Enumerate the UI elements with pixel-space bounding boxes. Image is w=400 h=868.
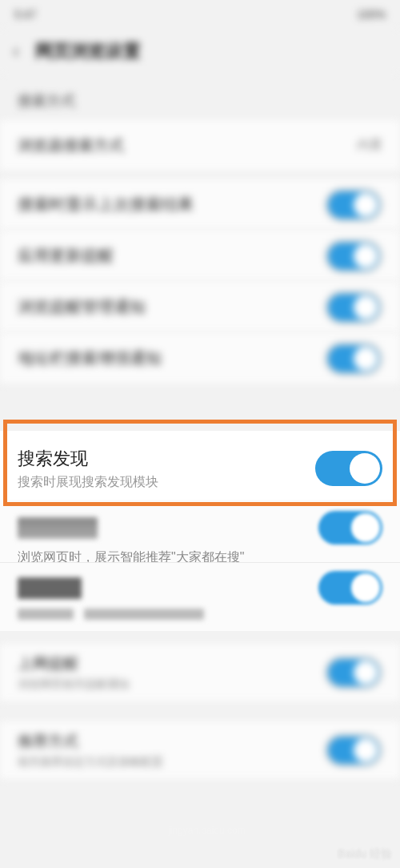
setting-row-search-mode[interactable]: 浏览器搜索方式 内置 bbox=[0, 120, 400, 171]
row-title: 大家都在搜 bbox=[18, 517, 318, 539]
search-discovery-subtitle: 搜索时展现搜索发现模块 bbox=[18, 474, 315, 491]
toggle-switch[interactable] bbox=[325, 656, 382, 689]
row-title: 推荐方式 bbox=[18, 731, 325, 752]
toggle-row-1[interactable]: 应用更新提醒 bbox=[0, 231, 400, 282]
setting-row-page-rec[interactable]: 页面推荐 bbox=[0, 562, 400, 631]
row-title: 页面推荐 bbox=[18, 577, 318, 599]
toggle-switch[interactable] bbox=[325, 733, 382, 767]
row-sub: 浏览网页相关提醒通知 bbox=[18, 677, 325, 692]
row-value: 内置 bbox=[357, 137, 382, 154]
toggle-switch[interactable] bbox=[325, 188, 382, 222]
toggle-switch[interactable] bbox=[318, 511, 382, 545]
row-sub bbox=[18, 609, 382, 623]
toggle-label: 应用更新提醒 bbox=[18, 245, 325, 267]
section-label: 搜索方式 bbox=[18, 91, 75, 111]
status-bar: 5:47 100% bbox=[0, 0, 400, 29]
row-label: 浏览器搜索方式 bbox=[18, 135, 357, 156]
status-left: 5:47 bbox=[14, 8, 36, 21]
setting-row-search-discovery[interactable]: 搜索发现 搜索时展现搜索发现模块 bbox=[0, 431, 400, 506]
toggle-switch[interactable] bbox=[318, 571, 382, 605]
section-header-1: 搜索方式 bbox=[0, 82, 400, 120]
toggle-label: 搜索时显示上次搜索结果 bbox=[18, 194, 325, 215]
toggle-switch[interactable] bbox=[325, 291, 382, 324]
toggle-row-0[interactable]: 搜索时显示上次搜索结果 bbox=[0, 179, 400, 231]
toggle-switch[interactable] bbox=[325, 239, 382, 273]
page-title: 网页浏览设置 bbox=[35, 39, 141, 63]
toggle-row-bottom-1[interactable]: 推荐方式 相关推荐设定方式及策略配置 bbox=[0, 721, 400, 780]
row-title: 上网提醒 bbox=[18, 653, 325, 674]
row-sub: 相关推荐设定方式及策略配置 bbox=[18, 755, 325, 770]
search-discovery-toggle[interactable] bbox=[315, 451, 382, 486]
censored-text: 大家都在搜 bbox=[18, 517, 98, 539]
section-bottom: 上网提醒 浏览网页相关提醒通知 推荐方式 相关推荐设定方式及策略配置 bbox=[0, 633, 400, 780]
toggle-row-3[interactable]: 地址栏搜索增强通知 bbox=[0, 333, 400, 384]
toggle-label: 浏览提醒管理通知 bbox=[18, 296, 325, 318]
watermark-faint: jingyan.baidu.com bbox=[168, 825, 288, 838]
toggle-switch[interactable] bbox=[325, 342, 382, 376]
header: ‹ 网页浏览设置 bbox=[0, 29, 400, 74]
toggle-row-bottom-0[interactable]: 上网提醒 浏览网页相关提醒通知 bbox=[0, 644, 400, 702]
back-icon[interactable]: ‹ bbox=[13, 40, 19, 62]
toggle-label: 地址栏搜索增强通知 bbox=[18, 348, 325, 369]
watermark: Baidu 经验 bbox=[338, 847, 392, 862]
search-discovery-title: 搜索发现 bbox=[18, 447, 315, 471]
status-right: 100% bbox=[357, 8, 386, 21]
toggle-row-2[interactable]: 浏览提醒管理通知 bbox=[0, 282, 400, 333]
